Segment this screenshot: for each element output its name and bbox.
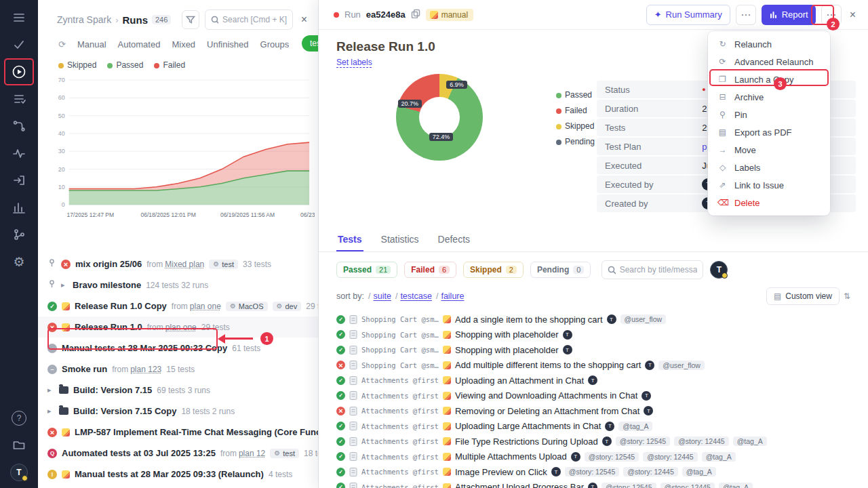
run-title[interactable]: Release Run 1.0 Copy — [75, 301, 167, 311]
analytics-icon[interactable] — [11, 199, 27, 216]
folder-rail-icon[interactable] — [11, 436, 27, 453]
menu-item[interactable]: ⌫ Delete — [708, 194, 830, 211]
run-list-item[interactable]: Smoke run fromplan 123 15 tests — [38, 359, 318, 380]
runs-panel-close-icon[interactable]: × — [298, 14, 310, 26]
runs-search-input[interactable] — [222, 15, 287, 24]
test-result-row[interactable]: Attachments @first Attachment Upload Pro… — [319, 480, 868, 488]
run-plan-link[interactable]: plan 12 — [239, 449, 265, 458]
runs-play-icon[interactable] — [11, 64, 27, 80]
test-title[interactable]: Viewing and Downloading Attachments in C… — [455, 390, 637, 401]
run-title[interactable]: Manual tests at 28 Mar 2025 09:33 Copy — [62, 343, 227, 353]
test-result-row[interactable]: Attachments @first Image Preview on Clic… — [319, 464, 868, 480]
run-title[interactable]: mix origin 25/06 — [75, 259, 142, 269]
menu-item[interactable]: ⚲ Pin — [708, 106, 830, 123]
run-list-item[interactable]: LMP-587 Implement Real-Time Chat Messagi… — [38, 422, 318, 443]
run-list-item[interactable]: ▸ Build: Version 7.15 Copy 18 tests 2 ru… — [38, 401, 318, 422]
branch-icon[interactable] — [11, 226, 27, 243]
run-title[interactable]: Bravo milestone — [73, 280, 141, 290]
run-detail-close-icon[interactable]: × — [847, 9, 859, 21]
status-filter-pill[interactable]: Failed6 — [404, 262, 456, 278]
run-plan-link[interactable]: plan one — [190, 302, 221, 311]
run-detail-tab[interactable]: Statistics — [380, 227, 420, 251]
chevron-right-icon[interactable]: ▸ — [61, 281, 68, 289]
status-filter-pill[interactable]: Skipped2 — [463, 262, 524, 278]
runs-tab[interactable]: Automated — [118, 39, 161, 49]
test-result-row[interactable]: Attachments @first File Type Restriction… — [319, 434, 868, 449]
set-labels-link[interactable]: Set labels — [336, 58, 372, 67]
run-title[interactable]: LMP-587 Implement Real-Time Chat Messagi… — [75, 427, 318, 437]
test-title[interactable]: Removing or Deleting an Attachment from … — [455, 406, 639, 416]
test-title[interactable]: Uploading an Attachment in Chat — [455, 375, 584, 386]
menu-item[interactable]: ⇗ Link to Issue — [708, 176, 830, 194]
filter-button[interactable] — [182, 10, 199, 29]
menu-item[interactable]: ⟳ Advanced Relaunch — [708, 53, 830, 70]
test-result-row[interactable]: Attachments @first Multiple Attachments … — [319, 449, 868, 465]
runs-tab[interactable]: Unfinished — [207, 39, 248, 49]
runs-tab[interactable]: Mixed — [172, 39, 195, 49]
menu-item[interactable]: ❐ Launch a Copy — [708, 70, 830, 88]
runs-tab[interactable]: Manual — [77, 39, 106, 49]
breadcrumb-section[interactable]: Runs — [122, 14, 148, 26]
menu-item[interactable]: ↻ Relaunch — [708, 35, 830, 53]
refresh-icon[interactable]: ⟳ — [58, 39, 66, 49]
run-list-item[interactable]: Release Run 1.0 fromplan one 29 tests — [38, 317, 318, 338]
run-plan-link[interactable]: plan one — [165, 323, 197, 332]
run-title[interactable]: Build: Version 7.15 — [73, 385, 152, 395]
test-result-row[interactable]: Shopping Cart @sm… Shopping with placeho… — [319, 327, 868, 343]
test-result-row[interactable]: Shopping Cart @sm… Add a single item to … — [319, 312, 868, 327]
test-result-row[interactable]: Attachments @first Removing or Deleting … — [319, 403, 868, 419]
test-title[interactable]: Image Preview on Click — [455, 467, 547, 477]
summary-more-button[interactable]: ⋯ — [736, 5, 756, 25]
runs-tab[interactable]: Groups — [260, 39, 290, 49]
test-result-row[interactable]: Shopping Cart @sm… Shopping with placeho… — [319, 342, 868, 358]
run-detail-tab[interactable]: Defects — [437, 227, 471, 251]
test-result-row[interactable]: Attachments @first Uploading Large Attac… — [319, 419, 868, 434]
test-cases-icon[interactable] — [11, 91, 27, 107]
settings-gear-icon[interactable]: ⚙ — [11, 253, 27, 270]
sort-option[interactable]: suite — [368, 291, 391, 301]
chevron-right-icon[interactable]: ▸ — [47, 407, 54, 415]
test-title[interactable]: Shopping with placeholder — [455, 345, 559, 355]
menu-item[interactable]: ⊟ Archive — [708, 88, 830, 106]
create-run-button[interactable]: tes — [302, 35, 319, 52]
results-search-input[interactable] — [620, 265, 698, 274]
test-title[interactable]: Multiple Attachments Upload — [455, 451, 567, 462]
run-title[interactable]: Smoke run — [62, 364, 107, 374]
sort-option[interactable]: testcase — [395, 291, 432, 301]
user-avatar[interactable]: T — [10, 464, 28, 481]
run-plan-link[interactable]: Mixed plan — [165, 260, 204, 269]
help-icon[interactable]: ? — [12, 411, 26, 426]
test-title[interactable]: Shopping with placeholder — [455, 329, 559, 340]
test-title[interactable]: Add multiple different items to the shop… — [455, 360, 641, 370]
test-result-row[interactable]: Attachments @first Viewing and Downloadi… — [319, 388, 868, 404]
test-title[interactable]: Add a single item to the shopping cart — [455, 314, 603, 325]
sort-toggle-icon[interactable]: ⇅ — [844, 291, 850, 301]
test-result-row[interactable]: Shopping Cart @sm… Add multiple differen… — [319, 358, 868, 373]
chevron-right-icon[interactable]: ▸ — [47, 386, 54, 394]
run-actions-kebab-button[interactable]: ⋯ — [821, 5, 842, 25]
breadcrumb-project[interactable]: Zyntra Spark — [57, 14, 111, 25]
run-title[interactable]: Build: Version 7.15 Copy — [73, 406, 176, 416]
report-button[interactable]: Report — [762, 5, 816, 25]
sort-option[interactable]: failure — [436, 291, 465, 301]
run-title[interactable]: Automated tests at 03 Jul 2025 13:25 — [62, 448, 216, 458]
run-title[interactable]: Manual tests at 28 Mar 2025 09:33 (Relau… — [75, 469, 264, 479]
menu-item[interactable]: ◇ Labels — [708, 159, 830, 176]
run-list-item[interactable]: Release Run 1.0 Copy fromplan one ⚙MacOS… — [38, 296, 318, 317]
custom-view-button[interactable]: ▤Custom view — [766, 287, 840, 305]
run-list-item[interactable]: ▸ Build: Version 7.15 69 tests 3 runs — [38, 380, 318, 401]
run-list-item[interactable]: Manual tests at 28 Mar 2025 09:33 Copy 6… — [38, 338, 318, 359]
status-filter-pill[interactable]: Passed21 — [336, 262, 397, 278]
run-list-item[interactable]: Automated tests at 03 Jul 2025 13:25 fro… — [38, 443, 318, 464]
shared-steps-icon[interactable] — [11, 172, 27, 188]
test-title[interactable]: Uploading Large Attachments in Chat — [455, 421, 601, 431]
test-title[interactable]: File Type Restrictions During Upload — [455, 436, 598, 447]
activity-icon[interactable] — [11, 145, 27, 161]
run-list-item[interactable]: Manual tests at 28 Mar 2025 09:33 (Relau… — [38, 464, 318, 485]
flows-icon[interactable] — [11, 118, 27, 134]
run-title[interactable]: Release Run 1.0 — [75, 322, 142, 332]
test-title[interactable]: Attachment Upload Progress Bar — [455, 482, 584, 488]
menu-item[interactable]: → Move — [708, 141, 830, 159]
run-summary-button[interactable]: ✦Run Summary — [646, 5, 730, 25]
run-detail-tab[interactable]: Tests — [336, 227, 363, 251]
